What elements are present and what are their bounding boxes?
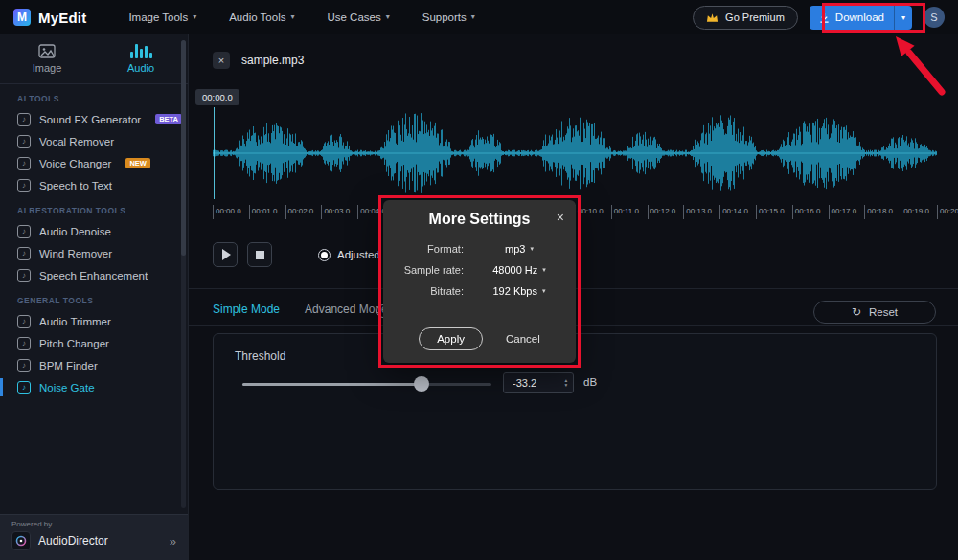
bitrate-label: Bitrate:	[383, 285, 464, 297]
myedit-logo-icon: M	[13, 9, 31, 26]
modal-title: More Settings	[383, 200, 576, 228]
threshold-label: Threshold	[235, 349, 285, 363]
tab-image[interactable]: Image	[0, 34, 94, 83]
close-file-icon[interactable]: ×	[213, 52, 230, 69]
tool-icon: ♪	[17, 113, 31, 126]
sidebar-item-sound-fx-generator[interactable]: ♪ Sound FX Generator BETA	[0, 108, 188, 130]
tab-advanced-mode[interactable]: Advanced Mode	[305, 302, 388, 326]
tool-label: Wind Remover	[39, 248, 112, 259]
tool-icon: ♪	[17, 135, 31, 148]
powered-by-label: Powered by	[11, 520, 176, 528]
sidebar-item-speech-to-text[interactable]: ♪ Speech to Text	[0, 174, 188, 196]
close-icon[interactable]: ×	[557, 210, 564, 225]
tool-label: Pitch Changer	[39, 338, 109, 349]
tool-icon: ♪	[17, 269, 31, 282]
format-select[interactable]: mp3 ▾	[475, 243, 563, 255]
ruler-label: 00:02.0	[285, 205, 322, 219]
go-premium-label: Go Premium	[725, 11, 785, 23]
scrollbar-thumb[interactable]	[181, 40, 186, 256]
chevron-down-icon: ▾	[542, 287, 546, 295]
tool-icon: ♪	[17, 337, 31, 350]
waveform-area[interactable]	[213, 105, 937, 201]
ruler-label: 00:00.0	[213, 205, 249, 219]
sample-rate-select[interactable]: 48000 Hz ▾	[475, 264, 563, 276]
cancel-button[interactable]: Cancel	[506, 333, 540, 345]
ruler-label: 00:14.0	[719, 205, 756, 219]
tool-label: Vocal Remover	[39, 136, 114, 147]
ruler-label: 00:17.0	[829, 205, 865, 219]
sidebar-item-noise-gate[interactable]: ♪ Noise Gate	[0, 376, 188, 398]
threshold-input[interactable]	[504, 377, 559, 389]
time-ruler: 00:00.000:01.000:02.000:03.000:04.000:05…	[213, 205, 958, 219]
reset-button[interactable]: ↻ Reset	[813, 301, 936, 324]
sample-rate-row: Sample rate: 48000 Hz ▾	[383, 259, 576, 280]
nav-label: Supports	[422, 11, 467, 23]
stepper-down-icon[interactable]: ▾	[565, 383, 568, 388]
value-stepper[interactable]: ▴ ▾	[559, 373, 573, 392]
ruler-label: 00:03.0	[321, 205, 357, 219]
sidebar-item-audio-denoise[interactable]: ♪ Audio Denoise	[0, 220, 188, 242]
download-dropdown-button[interactable]: ▾	[895, 13, 912, 22]
nav-image-tools[interactable]: Image Tools ▾	[128, 11, 196, 23]
radio-adjusted-label: Adjusted	[337, 249, 380, 260]
waveform-canvas[interactable]	[213, 105, 937, 201]
go-premium-button[interactable]: Go Premium	[693, 6, 798, 30]
apply-button[interactable]: Apply	[419, 327, 483, 350]
nav-right: Go Premium Download ▾ S	[693, 6, 945, 30]
tab-audio-label: Audio	[127, 62, 154, 74]
sidebar-item-vocal-remover[interactable]: ♪ Vocal Remover	[0, 130, 188, 152]
playhead-time-badge[interactable]: 00:00.0	[195, 89, 240, 105]
top-navbar: M MyEdit Image Tools ▾ Audio Tools ▾ Use…	[0, 0, 958, 34]
double-chevron-right-icon[interactable]: »	[170, 534, 176, 549]
sidebar-item-bpm-finder[interactable]: ♪ BPM Finder	[0, 354, 188, 376]
sidebar-item-audio-trimmer[interactable]: ♪ Audio Trimmer	[0, 310, 188, 332]
nav-supports[interactable]: Supports ▾	[422, 11, 475, 23]
nav-audio-tools[interactable]: Audio Tools ▾	[229, 11, 294, 23]
download-label: Download	[835, 11, 884, 23]
sidebar: Image Audio AI TOOLS ♪ Sound FX Generato…	[0, 34, 189, 560]
avatar[interactable]: S	[924, 7, 945, 28]
tool-icon: ♪	[17, 157, 31, 170]
sidebar-item-pitch-changer[interactable]: ♪ Pitch Changer	[0, 332, 188, 354]
ruler-label: 00:15.0	[756, 205, 792, 219]
download-split-button: Download ▾	[810, 6, 912, 30]
format-label: Format:	[383, 243, 464, 255]
nav-label: Use Cases	[327, 11, 380, 23]
tab-audio[interactable]: Audio	[94, 34, 188, 83]
ruler-label: 00:10.0	[575, 205, 611, 219]
nav-label: Audio Tools	[229, 11, 285, 23]
download-button[interactable]: Download	[810, 6, 894, 30]
ruler-label: 00:19.0	[901, 205, 937, 219]
ruler-label: 00:11.0	[611, 205, 648, 219]
more-settings-modal: More Settings × Format: mp3 ▾ Sample rat…	[383, 200, 576, 363]
sidebar-scrollbar[interactable]	[181, 40, 186, 508]
stop-button[interactable]	[247, 242, 272, 267]
threshold-value-box: ▴ ▾	[503, 372, 574, 393]
chevron-down-icon: ▾	[471, 13, 475, 21]
nav-use-cases[interactable]: Use Cases ▾	[327, 11, 389, 23]
slider-fill	[242, 383, 422, 386]
chevron-down-icon: ▾	[901, 13, 905, 22]
tool-label: Sound FX Generator	[39, 114, 141, 125]
radio-adjusted[interactable]: Adjusted	[318, 249, 380, 261]
sidebar-item-voice-changer[interactable]: ♪ Voice Changer NEW	[0, 152, 188, 174]
sidebar-item-wind-remover[interactable]: ♪ Wind Remover	[0, 242, 188, 264]
tab-simple-mode[interactable]: Simple Mode	[213, 302, 280, 326]
play-button[interactable]	[213, 242, 238, 267]
sample-rate-value: 48000 Hz	[492, 264, 537, 276]
threshold-slider[interactable]	[242, 376, 491, 392]
download-icon	[819, 12, 830, 23]
file-tab: × sample.mp3	[213, 52, 304, 69]
mode-tabs: Simple Mode Advanced Mode	[213, 302, 388, 326]
sidebar-item-speech-enhancement[interactable]: ♪ Speech Enhancement	[0, 264, 188, 286]
audiodirector-logo-icon	[11, 531, 31, 550]
tool-label: Speech to Text	[39, 180, 112, 191]
brand[interactable]: M MyEdit	[13, 9, 86, 26]
format-row: Format: mp3 ▾	[383, 238, 576, 259]
bitrate-select[interactable]: 192 Kbps ▾	[475, 285, 563, 297]
ruler-label: 00:16.0	[792, 205, 829, 219]
nav-menu: Image Tools ▾ Audio Tools ▾ Use Cases ▾ …	[128, 11, 474, 23]
chevron-down-icon: ▾	[530, 245, 534, 253]
section-ai-restoration-tools: AI RESTORATION TOOLS	[0, 196, 188, 220]
slider-handle[interactable]	[414, 376, 429, 392]
